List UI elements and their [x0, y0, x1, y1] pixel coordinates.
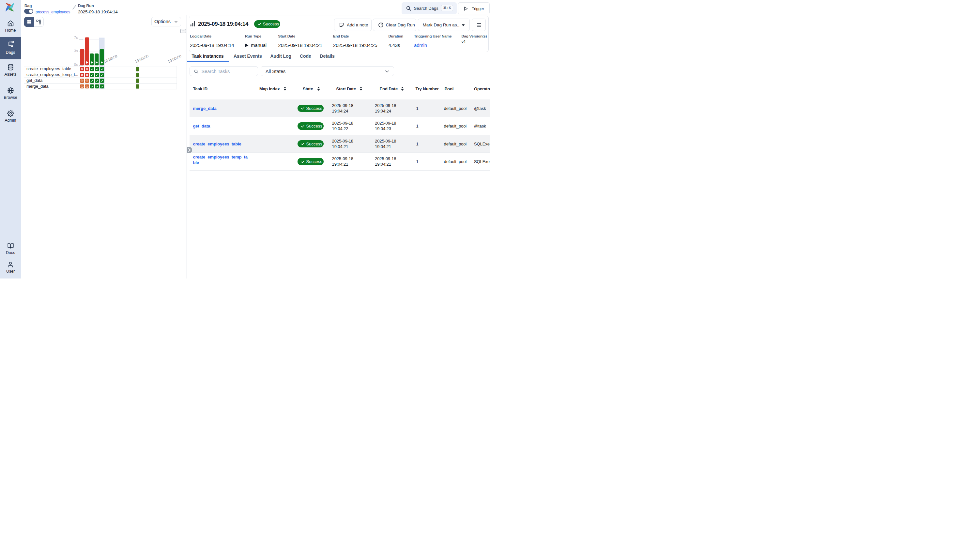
svg-text:create_employees_table: create_employees_table — [26, 66, 71, 71]
svg-text:19:00:00: 19:00:00 — [167, 54, 182, 64]
svg-text:19:00:00: 19:00:00 — [134, 54, 149, 64]
svg-text:create_employees_temp_t...: create_employees_temp_t... — [26, 72, 78, 77]
svg-text:7s: 7s — [74, 36, 78, 39]
svg-text:get_data: get_data — [26, 78, 43, 83]
svg-text:merge_data: merge_data — [26, 84, 49, 89]
svg-text:3s: 3s — [74, 49, 78, 53]
svg-text:0s: 0s — [74, 63, 78, 67]
svg-text:18:59:59: 18:59:59 — [103, 54, 118, 64]
